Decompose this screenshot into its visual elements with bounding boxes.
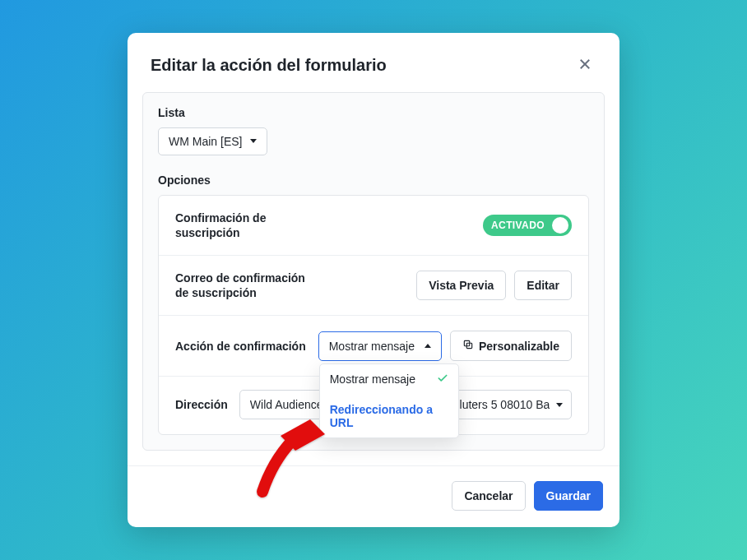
body-panel: Lista WM Main [ES] Opciones Confirmación… bbox=[142, 92, 605, 451]
modal-title: Editar la acción del formulario bbox=[151, 56, 387, 75]
confirm-subscription-toggle[interactable]: ACTIVADO bbox=[483, 215, 572, 236]
confirm-action-selected: Mostrar mensaje bbox=[329, 340, 415, 353]
toggle-label: ACTIVADO bbox=[491, 220, 551, 231]
modal-body: Lista WM Main [ES] Opciones Confirmación… bbox=[128, 92, 619, 466]
dropdown-item-label: Redireccionando a URL bbox=[330, 403, 448, 429]
cancel-button[interactable]: Cancelar bbox=[452, 481, 525, 511]
options-label: Opciones bbox=[158, 174, 589, 187]
dropdown-item-label: Mostrar mensaje bbox=[330, 373, 415, 386]
dropdown-item-redirect-url[interactable]: Redireccionando a URL bbox=[320, 395, 458, 437]
option-row-confirm-email: Correo de confirmación de suscripción Vi… bbox=[159, 256, 588, 316]
personalize-button[interactable]: Personalizable bbox=[450, 331, 572, 361]
modal-footer: Cancelar Guardar bbox=[128, 465, 619, 527]
options-card: Confirmación de suscripción ACTIVADO Cor… bbox=[158, 195, 589, 436]
caret-up-icon bbox=[425, 344, 431, 348]
save-button[interactable]: Guardar bbox=[534, 481, 603, 511]
list-dropdown[interactable]: WM Main [ES] bbox=[158, 127, 267, 155]
address-label: Dirección bbox=[175, 397, 228, 412]
list-label: Lista bbox=[158, 106, 589, 119]
list-selected-value: WM Main [ES] bbox=[169, 135, 242, 148]
confirm-action-label: Acción de confirmación bbox=[175, 339, 306, 354]
close-button[interactable] bbox=[573, 54, 596, 77]
confirm-subscription-label: Confirmación de suscripción bbox=[175, 211, 315, 240]
options-section: Opciones Confirmación de suscripción ACT… bbox=[158, 174, 589, 436]
edit-form-action-modal: Editar la acción del formulario Lista WM… bbox=[128, 33, 619, 528]
edit-button[interactable]: Editar bbox=[514, 271, 572, 300]
preview-button[interactable]: Vista Previa bbox=[416, 271, 506, 300]
option-row-confirm-action: Acción de confirmación Mostrar mensaje M… bbox=[159, 316, 588, 377]
confirm-email-label: Correo de confirmación de suscripción bbox=[175, 271, 315, 300]
close-icon bbox=[578, 57, 592, 74]
personalize-label: Personalizable bbox=[479, 340, 559, 353]
caret-down-icon bbox=[556, 403, 563, 407]
confirm-action-dropdown-menu: Mostrar mensaje Redireccionan bbox=[319, 363, 459, 438]
copy-icon bbox=[462, 339, 474, 353]
confirm-action-dropdown[interactable]: Mostrar mensaje Mostrar mensaje bbox=[318, 331, 442, 361]
option-row-confirm-subscription: Confirmación de suscripción ACTIVADO bbox=[159, 196, 588, 256]
toggle-knob bbox=[552, 217, 568, 234]
modal-header: Editar la acción del formulario bbox=[128, 33, 619, 92]
check-icon bbox=[437, 373, 448, 386]
caret-down-icon bbox=[250, 139, 257, 143]
dropdown-item-show-message[interactable]: Mostrar mensaje bbox=[320, 364, 458, 395]
